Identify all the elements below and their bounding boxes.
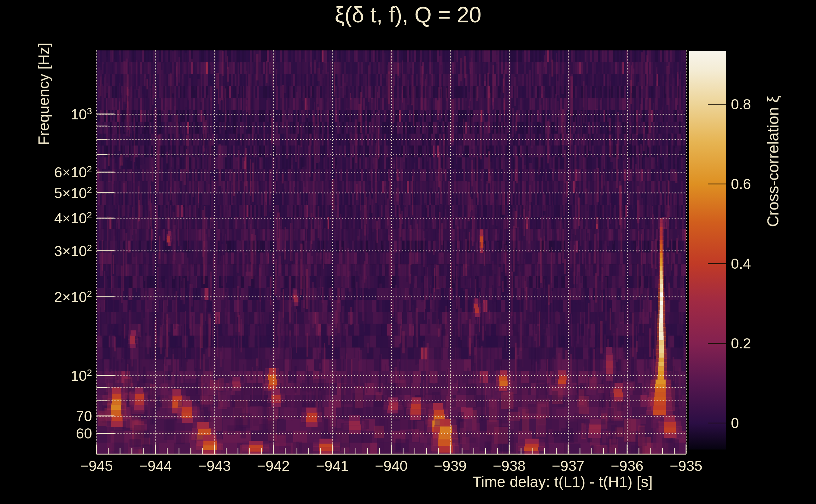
colorbar-tick-label: 0 — [731, 416, 739, 430]
colorbar-tick-label: 0.8 — [731, 97, 751, 112]
y-axis-title: Frequency [Hz] — [36, 43, 51, 145]
y-tick-label: 60 — [76, 426, 92, 441]
y-tick-label: 6×102 — [54, 164, 92, 180]
colorbar-tick-label: 0.4 — [731, 256, 751, 271]
x-tick-label: −941 — [316, 459, 349, 473]
x-tick-label: −936 — [611, 459, 644, 473]
colorbar-title: Cross-correlation ξ — [765, 96, 781, 227]
x-tick-label: −945 — [80, 459, 113, 473]
x-tick-label: −937 — [552, 459, 584, 473]
x-tick-label: −939 — [434, 459, 467, 473]
x-axis-title: Time delay: t(L1) - t(H1) [s] — [472, 474, 653, 490]
x-tick-label: −940 — [375, 459, 408, 473]
y-tick-label: 102 — [71, 368, 92, 383]
y-tick-label: 4×102 — [54, 210, 92, 226]
colorbar-tick-label: 0.2 — [731, 336, 751, 351]
x-tick-label: −938 — [493, 459, 526, 473]
y-tick-label: 103 — [71, 106, 92, 122]
colorbar-tick-label: 0.6 — [731, 177, 751, 191]
x-tick-label: −944 — [139, 459, 172, 473]
cross-correlation-spectrogram-figure: ξ(δ t, f), Q = 20 Time delay: t(L1) - t(… — [0, 0, 816, 504]
heatmap-canvas — [0, 0, 816, 504]
x-tick-label: −942 — [257, 459, 290, 473]
y-tick-label: 2×102 — [54, 289, 92, 304]
x-tick-label: −943 — [198, 459, 231, 473]
x-tick-label: −935 — [670, 459, 703, 473]
chart-title: ξ(δ t, f), Q = 20 — [335, 4, 481, 26]
y-tick-label: 3×102 — [54, 243, 92, 258]
y-tick-label: 5×102 — [54, 185, 92, 200]
y-tick-label: 70 — [76, 409, 92, 423]
